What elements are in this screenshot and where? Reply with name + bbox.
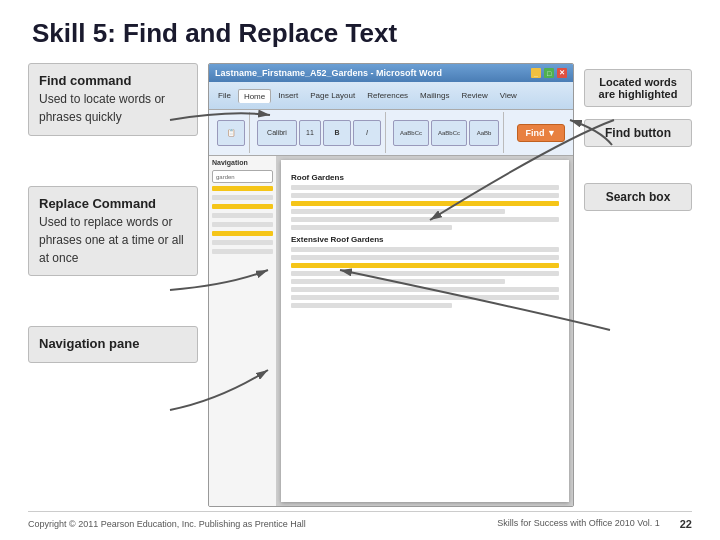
word-body: Navigation garden	[209, 156, 573, 506]
window-buttons: _ □ ✕	[531, 68, 567, 78]
doc-heading-2: Extensive Roof Gardens	[291, 235, 559, 244]
paste-btn[interactable]: 📋	[217, 120, 245, 146]
center-column: Lastname_Firstname_A52_Gardens - Microso…	[208, 63, 574, 507]
style-heading1-btn[interactable]: AaBbCc	[431, 120, 467, 146]
tab-mailings[interactable]: Mailings	[415, 89, 454, 102]
nav-pane-heading: Navigation	[212, 159, 273, 166]
footer-page: 22	[680, 518, 692, 530]
word-titlebar: Lastname_Firstname_A52_Gardens - Microso…	[209, 64, 573, 82]
word-window: Lastname_Firstname_A52_Gardens - Microso…	[208, 63, 574, 507]
doc-heading-1: Roof Gardens	[291, 173, 559, 182]
search-box-callout: Search box	[584, 183, 692, 211]
nav-search-box[interactable]: garden	[212, 170, 273, 183]
located-words-callout: Located words are highlighted	[584, 69, 692, 107]
minimize-btn[interactable]: _	[531, 68, 541, 78]
styles-group: AaBbCc AaBbCc AaBb	[389, 112, 504, 153]
doc-line-11	[291, 295, 559, 300]
nav-pane-title-label: Navigation pane	[39, 336, 139, 351]
replace-command-title: Replace Command	[39, 195, 187, 213]
word-page: Roof Gardens Extensive Roof Gardens	[281, 160, 569, 502]
nav-pane-label: Navigation pane	[28, 326, 198, 362]
font-size-btn[interactable]: 11	[299, 120, 321, 146]
nav-result-3	[212, 204, 273, 209]
nav-result-7	[212, 240, 273, 245]
doc-line-7	[291, 255, 559, 260]
find-button-callout: Find button	[584, 119, 692, 147]
close-btn[interactable]: ✕	[557, 68, 567, 78]
doc-line-8	[291, 271, 559, 276]
doc-line-9	[291, 279, 505, 284]
doc-line-12	[291, 303, 452, 308]
doc-line-highlight-1	[291, 201, 559, 206]
tab-page-layout[interactable]: Page Layout	[305, 89, 360, 102]
nav-result-8	[212, 249, 273, 254]
word-toolbar: 📋 Calibri 11 B I AaBbCc AaBbCc AaBb Fin	[209, 110, 573, 156]
doc-line-5	[291, 225, 452, 230]
word-title-text: Lastname_Firstname_A52_Gardens - Microso…	[215, 68, 442, 78]
tab-view[interactable]: View	[495, 89, 522, 102]
find-command-label: Find command Used to locate words or phr…	[28, 63, 198, 136]
footer-right: Skills for Success with Office 2010 Vol.…	[497, 518, 692, 530]
nav-result-5	[212, 222, 273, 227]
nav-result-6	[212, 231, 273, 236]
left-column: Find command Used to locate words or phr…	[28, 63, 198, 507]
doc-line-3	[291, 209, 505, 214]
footer-copyright: Copyright © 2011 Pearson Education, Inc.…	[28, 519, 306, 529]
tab-references[interactable]: References	[362, 89, 413, 102]
doc-line-10	[291, 287, 559, 292]
tab-review[interactable]: Review	[456, 89, 492, 102]
word-ribbon-tabs: File Home Insert Page Layout References …	[209, 82, 573, 110]
nav-result-4	[212, 213, 273, 218]
replace-command-desc: Used to replace words or phrases one at …	[39, 215, 184, 265]
doc-line-6	[291, 247, 559, 252]
footer: Copyright © 2011 Pearson Education, Inc.…	[28, 511, 692, 530]
nav-search-text: garden	[216, 174, 235, 180]
doc-line-highlight-2	[291, 263, 559, 268]
font-group: Calibri 11 B I	[253, 112, 386, 153]
tab-insert[interactable]: Insert	[273, 89, 303, 102]
nav-result-1	[212, 186, 273, 191]
slide: Skill 5: Find and Replace Text Find comm…	[0, 0, 720, 540]
clipboard-group: 📋	[213, 112, 250, 153]
doc-line-4	[291, 217, 559, 222]
doc-line-1	[291, 185, 559, 190]
find-command-title: Find command	[39, 72, 187, 90]
replace-command-label: Replace Command Used to replace words or…	[28, 186, 198, 277]
nav-result-2	[212, 195, 273, 200]
page-area: Roof Gardens Extensive Roof Gardens	[277, 156, 573, 506]
style-heading2-btn[interactable]: AaBb	[469, 120, 499, 146]
tab-file[interactable]: File	[213, 89, 236, 102]
font-name-btn[interactable]: Calibri	[257, 120, 297, 146]
tab-home[interactable]: Home	[238, 89, 271, 103]
maximize-btn[interactable]: □	[544, 68, 554, 78]
find-command-desc: Used to locate words or phrases quickly	[39, 92, 165, 124]
footer-course: Skills for Success with Office 2010 Vol.…	[497, 518, 659, 530]
find-button[interactable]: Find ▼	[517, 124, 565, 142]
doc-line-2	[291, 193, 559, 198]
slide-title: Skill 5: Find and Replace Text	[28, 18, 692, 49]
navigation-pane: Navigation garden	[209, 156, 277, 506]
italic-btn[interactable]: I	[353, 120, 381, 146]
bold-btn[interactable]: B	[323, 120, 351, 146]
content-area: Find command Used to locate words or phr…	[28, 63, 692, 507]
right-column: Located words are highlighted Find butto…	[584, 63, 692, 507]
style-normal-btn[interactable]: AaBbCc	[393, 120, 429, 146]
